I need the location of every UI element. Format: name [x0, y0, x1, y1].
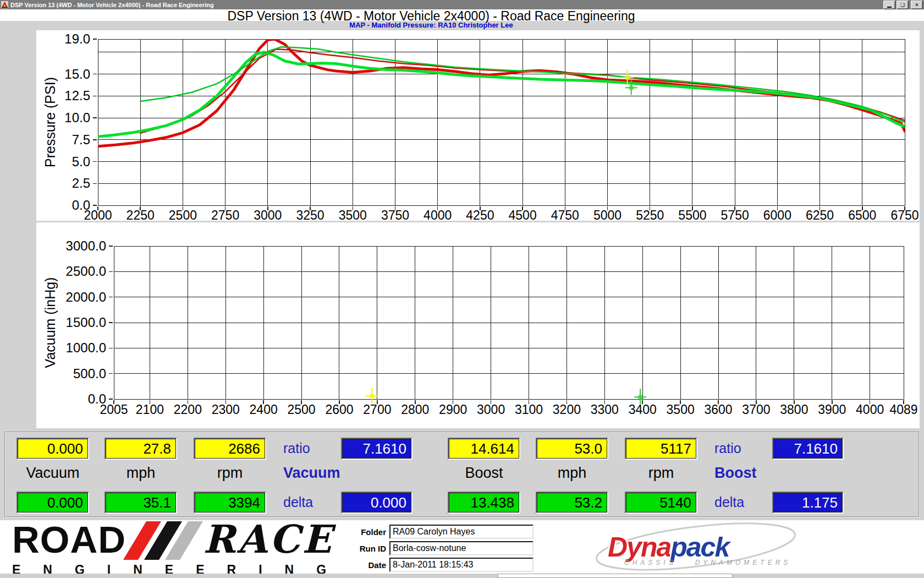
- svg-text:5250: 5250: [636, 208, 664, 221]
- ratio-label: ratio: [283, 440, 310, 456]
- svg-text:6750: 6750: [890, 208, 919, 221]
- restore-button[interactable]: ❏: [897, 1, 909, 9]
- svg-text:Vacuum (inHg): Vacuum (inHg): [42, 277, 58, 368]
- cursor1-mph-value: 53.0: [536, 438, 608, 460]
- svg-text:0.0: 0.0: [72, 198, 90, 212]
- svg-text:4089: 4089: [889, 402, 917, 417]
- svg-text:3000.0: 3000.0: [66, 238, 106, 253]
- svg-text:2500: 2500: [287, 402, 315, 417]
- close-icon: ✕: [915, 3, 919, 8]
- svg-text:4250: 4250: [466, 208, 494, 221]
- svg-text:3500: 3500: [667, 402, 695, 417]
- boost-run3-thick-green: [98, 52, 905, 137]
- svg-text:Pressure (PSI): Pressure (PSI): [42, 77, 58, 167]
- boost-group-label: Boost: [714, 465, 757, 482]
- svg-text:2100: 2100: [136, 402, 164, 417]
- svg-text:3100: 3100: [515, 402, 543, 417]
- svg-text:4750: 4750: [551, 208, 579, 221]
- vacuum-chart[interactable]: 2005210022002300240025002600270028002900…: [36, 222, 920, 428]
- svg-text:6000: 6000: [763, 208, 791, 221]
- bottom-scrollbar-track[interactable]: [498, 574, 733, 578]
- svg-text:3250: 3250: [296, 208, 324, 221]
- svg-text:5.0: 5.0: [72, 154, 90, 169]
- svg-text:3200: 3200: [553, 402, 581, 417]
- dynapack-chassis-text: CHASSIS: [624, 559, 676, 566]
- svg-text:3400: 3400: [629, 402, 657, 417]
- svg-text:7.5: 7.5: [72, 132, 90, 147]
- svg-text:4000: 4000: [424, 208, 452, 221]
- svg-text:2250: 2250: [127, 208, 155, 221]
- svg-text:2900: 2900: [439, 402, 467, 417]
- vacuum-chart-panel: 2005210022002300240025002600270028002900…: [36, 222, 920, 428]
- svg-text:3600: 3600: [704, 402, 732, 417]
- svg-text:1000.0: 1000.0: [66, 340, 106, 355]
- cursor2-rpm-value: 3394: [194, 492, 266, 514]
- svg-text:1500.0: 1500.0: [66, 315, 106, 330]
- svg-text:3800: 3800: [780, 402, 808, 417]
- delta-value: 1.175: [772, 492, 844, 514]
- run-id-label: Run ID: [352, 544, 386, 553]
- svg-text:2600: 2600: [325, 402, 353, 417]
- svg-text:3700: 3700: [742, 402, 770, 417]
- pressure-chart[interactable]: 2000225025002750300032503500375040004250…: [36, 30, 920, 221]
- svg-text:500.0: 500.0: [73, 366, 106, 381]
- svg-text:2500: 2500: [169, 208, 197, 221]
- mph-column-label: mph: [105, 465, 177, 482]
- svg-text:3000: 3000: [254, 208, 282, 221]
- date-input[interactable]: [389, 558, 534, 572]
- svg-text:12.5: 12.5: [64, 88, 90, 103]
- svg-text:2400: 2400: [250, 402, 278, 417]
- dynapack-dyna-text: Dyna: [608, 532, 670, 563]
- dynapack-dynamometers-text: DYNAMOMETERS: [695, 559, 791, 566]
- road-race-engineering-logo: ROAD RACE ENGINEERING: [12, 524, 342, 572]
- run-id-input[interactable]: [389, 541, 534, 555]
- ratio-value: 7.1610: [772, 438, 844, 460]
- svg-text:10.0: 10.0: [64, 110, 90, 125]
- cursor1-vacuum-value: 0.000: [16, 438, 89, 460]
- cursor2-rpm-value: 5140: [625, 492, 697, 514]
- window-titlebar[interactable]: DSP Version 13 (4WD - Motor Vehicle 2x40…: [0, 0, 924, 9]
- svg-text:3900: 3900: [818, 402, 846, 417]
- svg-text:3500: 3500: [339, 208, 367, 221]
- svg-text:2500.0: 2500.0: [66, 264, 106, 279]
- delta-label: delta: [714, 494, 744, 510]
- delta-label: delta: [283, 494, 313, 510]
- cursor2-mph-value: 53.2: [536, 492, 608, 514]
- minimize-button[interactable]: [883, 1, 895, 9]
- svg-text:4000: 4000: [856, 402, 884, 417]
- readout-panel: 0.000 27.8 2686 ratio 7.1610 Vacuum mph …: [4, 432, 920, 517]
- footer: ROAD RACE ENGINEERING Folder Run ID Date…: [0, 520, 924, 574]
- app-icon: [1, 1, 8, 8]
- logo-road-text: ROAD: [12, 524, 126, 557]
- restore-icon: ❏: [900, 3, 905, 8]
- svg-text:5750: 5750: [721, 208, 749, 221]
- folder-label: Folder: [352, 527, 386, 537]
- svg-text:19.0: 19.0: [64, 31, 90, 46]
- vacuum-column-label: Vacuum: [16, 465, 89, 482]
- logo-slashes-icon: [135, 521, 197, 560]
- folder-input[interactable]: [389, 525, 534, 539]
- cursor2-mph-value: 35.1: [105, 492, 177, 514]
- svg-text:2000.0: 2000.0: [66, 290, 106, 304]
- boost-readout-group: 14.614 53.0 5117 ratio 7.1610 Boost mph …: [437, 433, 866, 516]
- vacuum-group-label: Vacuum: [283, 465, 340, 482]
- dynapack-pack-text: pack: [670, 532, 729, 563]
- window-title: DSP Version 13 (4WD - Motor Vehicle 2x40…: [10, 2, 214, 8]
- date-label: Date: [352, 560, 386, 570]
- svg-text:3000: 3000: [477, 402, 505, 417]
- cursor1-rpm-value: 5117: [625, 438, 697, 460]
- dynapack-logo: Dynapack CHASSIS DYNAMOMETERS: [591, 521, 800, 572]
- close-button[interactable]: ✕: [911, 1, 923, 9]
- cursor1-boost-value: 14.614: [448, 438, 520, 460]
- vacuum-readout-group: 0.000 27.8 2686 ratio 7.1610 Vacuum mph …: [6, 433, 435, 516]
- cursor1-rpm-value: 2686: [194, 438, 266, 460]
- cursor2-vacuum-value: 0.000: [16, 492, 89, 514]
- svg-text:3750: 3750: [381, 208, 409, 221]
- svg-text:2800: 2800: [401, 402, 429, 417]
- chart-subtitle: MAP - Manifold Pressure: RA10 Christophe…: [0, 21, 862, 29]
- ratio-label: ratio: [714, 440, 741, 456]
- svg-text:3300: 3300: [591, 402, 619, 417]
- rpm-column-label: rpm: [194, 465, 266, 482]
- svg-text:5500: 5500: [678, 208, 706, 221]
- bottom-scrollbar[interactable]: [0, 574, 924, 578]
